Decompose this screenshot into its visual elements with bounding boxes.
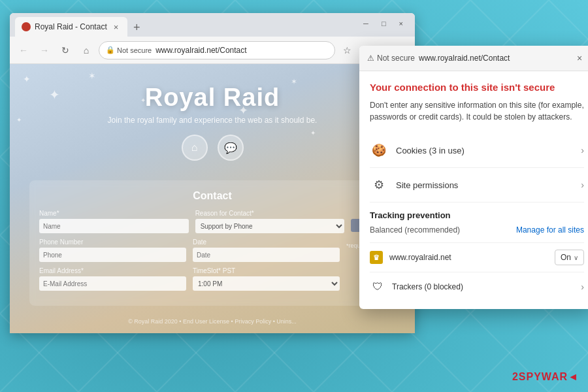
popup-not-secure-badge: ⚠ Not secure: [367, 54, 415, 63]
tab-bar: Royal Raid - Contact × + ─ □ ×: [10, 13, 415, 37]
time-label: TimeSlot* PST: [193, 267, 340, 274]
form-row-3: Email Address* TimeSlot* PST 1:00 PM: [39, 267, 385, 291]
permissions-row[interactable]: ⚙ Site permissions ›: [370, 168, 584, 203]
phone-input[interactable]: [39, 248, 186, 262]
security-title: Your connection to this site isn't secur…: [370, 82, 584, 93]
cookies-label: Cookies (3 in use): [396, 146, 573, 155]
site-favicon-icon: ♛: [373, 253, 380, 262]
permissions-arrow: ›: [581, 180, 584, 190]
website-hero: Royal Raid Join the royal family and exp…: [10, 64, 415, 174]
site-name: www.royalraid.net: [389, 253, 548, 262]
security-description: Don't enter any sensitive information on…: [370, 99, 584, 123]
address-box[interactable]: 🔒 Not secure www.royalraid.net/Contact: [99, 41, 335, 59]
date-label: Date: [193, 238, 340, 246]
lock-icon: 🔒: [106, 46, 115, 54]
forward-button[interactable]: →: [36, 42, 53, 59]
form-row-2: Phone Number Date *required: [39, 238, 385, 262]
manage-all-sites-link[interactable]: Manage for all sites: [516, 225, 584, 235]
browser-window: Royal Raid - Contact × + ─ □ × ← → ↻ ⌂ 🔒…: [10, 13, 415, 333]
reason-select[interactable]: Support by Phone: [195, 219, 345, 233]
trackers-row[interactable]: 🛡 Trackers (0 blocked) ›: [370, 272, 584, 301]
cookies-row[interactable]: 🍪 Cookies (3 in use) ›: [370, 133, 584, 168]
permissions-label: Site permissions: [396, 180, 573, 190]
popup-lock-icon: ⚠: [367, 54, 374, 63]
not-secure-label: Not secure: [117, 46, 152, 54]
minimize-button[interactable]: ─: [359, 18, 372, 29]
back-button[interactable]: ←: [15, 42, 32, 59]
trackers-arrow: ›: [581, 282, 584, 292]
watermark-text: 2SPYWAR: [512, 371, 568, 382]
name-input[interactable]: [39, 219, 189, 233]
tracking-level-label: Balanced (recommended): [370, 225, 460, 235]
address-url: www.royalraid.net/Contact: [155, 46, 246, 55]
cookies-arrow: ›: [581, 145, 584, 155]
tracking-toggle[interactable]: On ∨: [555, 250, 584, 265]
security-popup: ⚠ Not secure www.royalraid.net/Contact ×…: [359, 46, 588, 309]
popup-header-url: www.royalraid.net/Contact: [419, 54, 510, 63]
popup-header: ⚠ Not secure www.royalraid.net/Contact ×: [359, 46, 588, 71]
email-column: Email Address*: [39, 267, 186, 291]
form-title: Contact: [39, 190, 385, 202]
refresh-button[interactable]: ↻: [57, 42, 74, 59]
popup-not-secure-label: Not secure: [377, 54, 415, 63]
date-column: Date: [193, 238, 340, 262]
time-select[interactable]: 1:00 PM: [193, 276, 340, 291]
star-button[interactable]: ☆: [339, 42, 355, 58]
email-input[interactable]: [39, 276, 186, 291]
tab-favicon: [22, 22, 31, 31]
maximize-button[interactable]: □: [378, 18, 390, 29]
reason-label: Reason for Contact*: [195, 210, 345, 217]
cookies-icon: 🍪: [370, 141, 388, 159]
trackers-label: Trackers (0 blocked): [392, 282, 574, 291]
site-row: ♛ www.royalraid.net On ∨: [370, 243, 584, 272]
popup-body: Your connection to this site isn't secur…: [359, 71, 588, 309]
chat-nav-icon: 💬: [224, 142, 237, 154]
site-nav: ⌂ 💬: [23, 135, 402, 161]
name-label: Name*: [39, 210, 189, 217]
phone-column: Phone Number: [39, 238, 186, 262]
site-favicon: ♛: [370, 251, 383, 264]
window-close-button[interactable]: ×: [395, 18, 407, 29]
toggle-arrow-icon: ∨: [574, 254, 578, 261]
tracking-row: Balanced (recommended) Manage for all si…: [370, 223, 584, 243]
permissions-icon: ⚙: [370, 176, 388, 194]
form-row-1: Name* Reason for Contact* Support by Pho…: [39, 210, 385, 233]
window-controls: ─ □ ×: [359, 18, 407, 29]
website-content: ✦ ✦ ✶ ✦ ✦ ✦ ✶ ✦ Royal Raid Join the roya…: [10, 64, 415, 333]
not-secure-badge: 🔒 Not secure: [106, 46, 152, 54]
active-tab[interactable]: Royal Raid - Contact ×: [15, 17, 127, 37]
site-tagline: Join the royal family and experience the…: [23, 116, 402, 125]
phone-label: Phone Number: [39, 238, 186, 246]
site-footer: © Royal Raid 2020 • End User License • P…: [10, 313, 415, 330]
reason-column: Reason for Contact* Support by Phone: [195, 210, 345, 233]
tracking-toggle-label: On: [561, 253, 571, 262]
tab-close-button[interactable]: ×: [111, 21, 122, 33]
address-bar: ← → ↻ ⌂ 🔒 Not secure www.royalraid.net/C…: [10, 37, 415, 64]
popup-close-button[interactable]: ×: [572, 51, 587, 65]
trackers-icon: 🛡: [370, 279, 385, 295]
watermark-suffix: ◄: [568, 371, 579, 382]
contact-form: Contact Name* Reason for Contact* Suppor…: [29, 180, 395, 306]
home-nav-button[interactable]: ⌂: [182, 135, 208, 161]
watermark: 2SPYWAR◄: [512, 371, 579, 383]
name-column: Name*: [39, 210, 189, 233]
popup-url-section: ⚠ Not secure www.royalraid.net/Contact: [367, 54, 566, 63]
new-tab-button[interactable]: +: [127, 18, 146, 37]
tab-title: Royal Raid - Contact: [35, 22, 107, 31]
site-title: Royal Raid: [23, 84, 402, 112]
home-button[interactable]: ⌂: [78, 42, 95, 59]
email-label: Email Address*: [39, 267, 186, 274]
home-nav-icon: ⌂: [191, 142, 198, 154]
tracking-section-title: Tracking prevention: [370, 203, 584, 223]
date-input[interactable]: [193, 248, 340, 262]
time-column: TimeSlot* PST 1:00 PM: [193, 267, 340, 291]
chat-nav-button[interactable]: 💬: [218, 135, 244, 161]
